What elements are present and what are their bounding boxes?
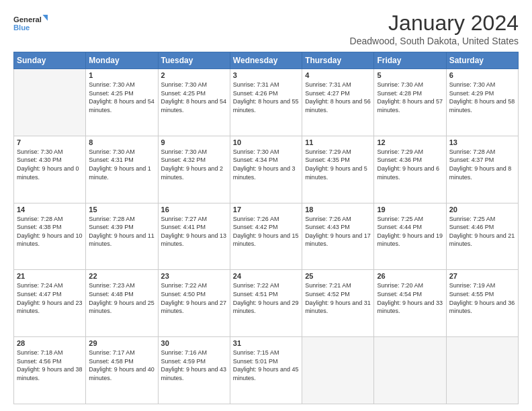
day-number: 27 [449,272,515,280]
col-friday: Friday [374,52,446,69]
col-sunday: Sunday [14,52,86,69]
logo-svg: General Blue [13,11,54,35]
calendar-header-row: Sunday Monday Tuesday Wednesday Thursday… [14,52,519,69]
day-number: 7 [17,138,83,146]
day-number: 30 [161,339,227,347]
calendar-cell: 12 Sunrise: 7:29 AM Sunset: 4:36 PM Dayl… [374,136,446,203]
calendar-cell: 17 Sunrise: 7:26 AM Sunset: 4:42 PM Dayl… [230,203,302,270]
calendar-cell: 5 Sunrise: 7:30 AM Sunset: 4:28 PM Dayli… [374,69,446,136]
cell-content: Sunrise: 7:25 AM Sunset: 4:46 PM Dayligh… [449,215,515,248]
day-number: 11 [305,138,371,146]
day-number: 24 [233,272,299,280]
cell-content: Sunrise: 7:28 AM Sunset: 4:37 PM Dayligh… [449,148,515,181]
day-number: 1 [89,71,154,79]
cell-content: Sunrise: 7:25 AM Sunset: 4:44 PM Dayligh… [377,215,443,248]
day-number: 28 [17,339,83,347]
calendar-cell: 24 Sunrise: 7:22 AM Sunset: 4:51 PM Dayl… [230,270,302,337]
day-number: 20 [449,205,515,214]
cell-content: Sunrise: 7:30 AM Sunset: 4:30 PM Dayligh… [17,148,83,181]
calendar-cell: 30 Sunrise: 7:16 AM Sunset: 4:59 PM Dayl… [158,337,230,404]
week-row-2: 7 Sunrise: 7:30 AM Sunset: 4:30 PM Dayli… [14,136,519,203]
col-monday: Monday [86,52,158,69]
calendar-cell: 28 Sunrise: 7:18 AM Sunset: 4:56 PM Dayl… [14,337,86,404]
day-number: 9 [161,138,227,146]
cell-content: Sunrise: 7:30 AM Sunset: 4:28 PM Dayligh… [377,81,443,114]
cell-content: Sunrise: 7:23 AM Sunset: 4:48 PM Dayligh… [89,281,154,315]
logo: General Blue [13,11,54,35]
day-number: 16 [161,205,227,214]
cell-content: Sunrise: 7:15 AM Sunset: 5:01 PM Dayligh… [233,349,299,382]
day-number: 21 [17,272,83,280]
cell-content: Sunrise: 7:24 AM Sunset: 4:47 PM Dayligh… [17,281,83,315]
cell-content: Sunrise: 7:30 AM Sunset: 4:25 PM Dayligh… [161,81,227,114]
cell-content: Sunrise: 7:30 AM Sunset: 4:34 PM Dayligh… [233,148,299,181]
calendar-cell: 19 Sunrise: 7:25 AM Sunset: 4:44 PM Dayl… [374,203,446,270]
cell-content: Sunrise: 7:29 AM Sunset: 4:36 PM Dayligh… [377,148,443,181]
col-saturday: Saturday [446,52,518,69]
col-thursday: Thursday [302,52,374,69]
calendar-cell: 13 Sunrise: 7:28 AM Sunset: 4:37 PM Dayl… [446,136,518,203]
day-number: 15 [89,205,154,214]
cell-content: Sunrise: 7:26 AM Sunset: 4:43 PM Dayligh… [305,215,371,248]
calendar-cell: 26 Sunrise: 7:20 AM Sunset: 4:54 PM Dayl… [374,270,446,337]
day-number: 23 [161,272,227,280]
cell-content: Sunrise: 7:17 AM Sunset: 4:58 PM Dayligh… [89,349,154,382]
cell-content: Sunrise: 7:31 AM Sunset: 4:26 PM Dayligh… [233,81,299,114]
day-number: 2 [161,71,227,79]
svg-marker-2 [43,15,48,21]
week-row-5: 28 Sunrise: 7:18 AM Sunset: 4:56 PM Dayl… [14,337,519,404]
calendar-cell: 4 Sunrise: 7:31 AM Sunset: 4:27 PM Dayli… [302,69,374,136]
svg-text:Blue: Blue [13,24,30,32]
day-number: 8 [89,138,154,146]
calendar-cell: 11 Sunrise: 7:29 AM Sunset: 4:35 PM Dayl… [302,136,374,203]
cell-content: Sunrise: 7:21 AM Sunset: 4:52 PM Dayligh… [305,281,371,315]
col-wednesday: Wednesday [230,52,302,69]
calendar-cell [446,337,518,404]
calendar-cell: 14 Sunrise: 7:28 AM Sunset: 4:38 PM Dayl… [14,203,86,270]
calendar-cell: 7 Sunrise: 7:30 AM Sunset: 4:30 PM Dayli… [14,136,86,203]
calendar-cell: 18 Sunrise: 7:26 AM Sunset: 4:43 PM Dayl… [302,203,374,270]
calendar-cell [374,337,446,404]
calendar-cell [302,337,374,404]
day-number: 14 [17,205,83,214]
cell-content: Sunrise: 7:30 AM Sunset: 4:29 PM Dayligh… [449,81,515,114]
day-number: 19 [377,205,443,214]
calendar-cell: 16 Sunrise: 7:27 AM Sunset: 4:41 PM Dayl… [158,203,230,270]
calendar-cell: 20 Sunrise: 7:25 AM Sunset: 4:46 PM Dayl… [446,203,518,270]
cell-content: Sunrise: 7:29 AM Sunset: 4:35 PM Dayligh… [305,148,371,181]
cell-content: Sunrise: 7:18 AM Sunset: 4:56 PM Dayligh… [17,349,83,382]
cell-content: Sunrise: 7:30 AM Sunset: 4:25 PM Dayligh… [89,81,154,114]
day-number: 26 [377,272,443,280]
location-title: Deadwood, South Dakota, United States [350,36,519,46]
calendar-cell: 10 Sunrise: 7:30 AM Sunset: 4:34 PM Dayl… [230,136,302,203]
day-number: 17 [233,205,299,214]
page: General Blue January 2024 Deadwood, Sout… [0,0,532,411]
day-number: 12 [377,138,443,146]
calendar-cell: 2 Sunrise: 7:30 AM Sunset: 4:25 PM Dayli… [158,69,230,136]
calendar-cell: 31 Sunrise: 7:15 AM Sunset: 5:01 PM Dayl… [230,337,302,404]
calendar-cell: 22 Sunrise: 7:23 AM Sunset: 4:48 PM Dayl… [86,270,158,337]
cell-content: Sunrise: 7:31 AM Sunset: 4:27 PM Dayligh… [305,81,371,114]
week-row-1: 1 Sunrise: 7:30 AM Sunset: 4:25 PM Dayli… [14,69,519,136]
svg-text:General: General [13,15,42,24]
day-number: 22 [89,272,154,280]
cell-content: Sunrise: 7:26 AM Sunset: 4:42 PM Dayligh… [233,215,299,248]
day-number: 10 [233,138,299,146]
day-number: 25 [305,272,371,280]
day-number: 6 [449,71,515,79]
calendar-cell: 15 Sunrise: 7:28 AM Sunset: 4:39 PM Dayl… [86,203,158,270]
cell-content: Sunrise: 7:28 AM Sunset: 4:39 PM Dayligh… [89,215,154,248]
cell-content: Sunrise: 7:30 AM Sunset: 4:31 PM Dayligh… [89,148,154,181]
cell-content: Sunrise: 7:30 AM Sunset: 4:32 PM Dayligh… [161,148,227,181]
day-number: 18 [305,205,371,214]
calendar-cell: 23 Sunrise: 7:22 AM Sunset: 4:50 PM Dayl… [158,270,230,337]
calendar-cell: 27 Sunrise: 7:19 AM Sunset: 4:55 PM Dayl… [446,270,518,337]
calendar-cell: 6 Sunrise: 7:30 AM Sunset: 4:29 PM Dayli… [446,69,518,136]
cell-content: Sunrise: 7:16 AM Sunset: 4:59 PM Dayligh… [161,349,227,382]
week-row-3: 14 Sunrise: 7:28 AM Sunset: 4:38 PM Dayl… [14,203,519,270]
calendar-cell: 29 Sunrise: 7:17 AM Sunset: 4:58 PM Dayl… [86,337,158,404]
day-number: 4 [305,71,371,79]
calendar-cell: 9 Sunrise: 7:30 AM Sunset: 4:32 PM Dayli… [158,136,230,203]
calendar-cell: 25 Sunrise: 7:21 AM Sunset: 4:52 PM Dayl… [302,270,374,337]
header: General Blue January 2024 Deadwood, Sout… [13,11,519,46]
